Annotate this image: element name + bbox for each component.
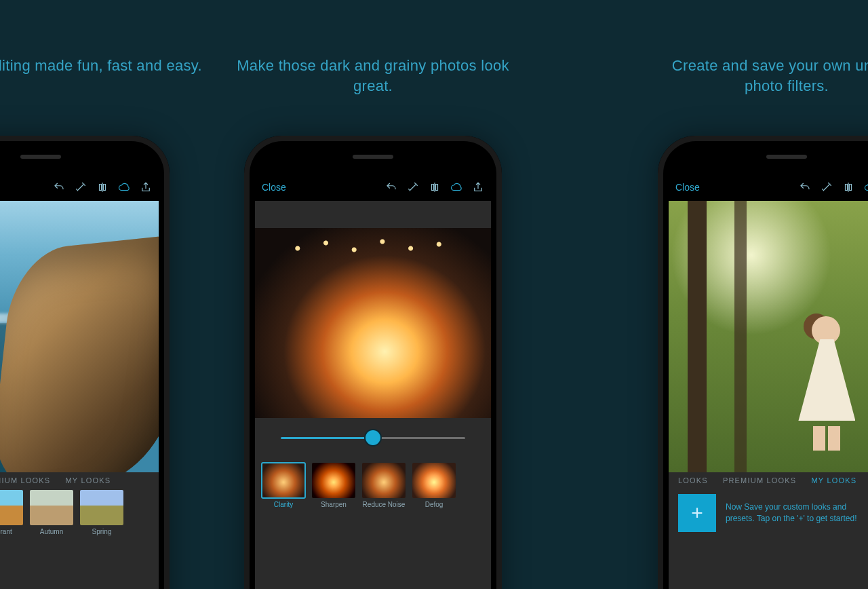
looks-tabs: LOOKS PREMIUM LOOKS MY LOOKS xyxy=(0,472,159,486)
tab-my-looks[interactable]: MY LOOKS xyxy=(811,476,856,484)
look-thumb-label: Vibrant xyxy=(0,528,12,535)
phone-earpiece xyxy=(20,155,61,159)
share-icon[interactable] xyxy=(472,181,484,193)
undo-icon[interactable] xyxy=(53,181,65,193)
phone-frame-3: Close LOOKS PREMIUM LOOKS MY LOOKS xyxy=(658,136,868,589)
looks-thumbnail-strip[interactable]: Normal Vibrant Autumn Spring xyxy=(0,486,159,538)
tab-premium-looks[interactable]: PREMIUM LOOKS xyxy=(0,476,50,484)
looks-tabs: LOOKS PREMIUM LOOKS MY LOOKS xyxy=(669,472,868,486)
correction-thumbnail[interactable]: Sharpen xyxy=(312,463,355,508)
app-screen-3: Close LOOKS PREMIUM LOOKS MY LOOKS xyxy=(669,174,868,589)
undo-icon[interactable] xyxy=(799,181,811,193)
slider-thumb[interactable] xyxy=(366,430,380,445)
correction-thumbnail[interactable]: Defog xyxy=(412,463,456,508)
app-screen-1: Close LOOKS PREMIUM LOOKS MY LOOKS xyxy=(0,174,159,589)
close-button[interactable]: Close xyxy=(262,182,286,193)
my-looks-empty-state: + Now Save your custom looks and presets… xyxy=(669,486,868,540)
image-canvas[interactable] xyxy=(0,201,159,472)
phone-earpiece xyxy=(766,155,807,159)
correction-thumb-label: Defog xyxy=(425,501,443,508)
correction-thumb-label: Clarity xyxy=(274,501,293,508)
undo-icon[interactable] xyxy=(385,181,397,193)
app-topbar: Close xyxy=(0,174,159,201)
look-thumb-label: Spring xyxy=(92,528,112,535)
look-thumb-image xyxy=(30,490,73,525)
correction-thumbnail[interactable]: Clarity xyxy=(262,463,305,508)
share-icon[interactable] xyxy=(140,181,152,193)
look-thumbnail[interactable]: Spring xyxy=(80,490,123,535)
magic-wand-icon[interactable] xyxy=(821,181,833,193)
correction-thumb-label: Sharpen xyxy=(321,501,347,508)
edited-photo-campfire xyxy=(255,228,491,418)
look-thumbnail[interactable]: Autumn xyxy=(30,490,73,535)
promo-panel-2: Make those dark and grainy photos look g… xyxy=(224,0,522,589)
panel2-caption: Make those dark and grainy photos look g… xyxy=(224,56,522,96)
magic-wand-icon[interactable] xyxy=(75,181,87,193)
image-canvas[interactable] xyxy=(669,201,868,472)
correction-thumb-image xyxy=(312,463,355,498)
magic-wand-icon[interactable] xyxy=(407,181,419,193)
panel1-caption: editing made fun, fast and easy. xyxy=(0,56,224,76)
image-canvas[interactable] xyxy=(255,201,491,418)
cloud-sync-icon[interactable] xyxy=(864,181,868,193)
look-thumbnail[interactable]: Vibrant xyxy=(0,490,23,535)
look-thumb-image xyxy=(0,490,23,525)
tab-premium-looks[interactable]: PREMIUM LOOKS xyxy=(723,476,797,484)
phone-frame-1: Close LOOKS PREMIUM LOOKS MY LOOKS xyxy=(0,136,170,589)
close-button[interactable]: Close xyxy=(675,182,700,193)
cloud-sync-icon[interactable] xyxy=(450,181,462,193)
tab-looks[interactable]: LOOKS xyxy=(678,476,708,484)
look-thumb-label: Autumn xyxy=(40,528,63,535)
panel3-caption: Create and save your own unique photo fi… xyxy=(651,56,868,96)
compare-icon[interactable] xyxy=(96,181,108,193)
adjustment-slider-row xyxy=(255,418,491,459)
cloud-sync-icon[interactable] xyxy=(118,181,130,193)
compare-icon[interactable] xyxy=(842,181,854,193)
phone-frame-2: Close xyxy=(244,136,502,589)
compare-icon[interactable] xyxy=(429,181,441,193)
promo-panel-3: Create and save your own unique photo fi… xyxy=(637,0,868,589)
my-looks-hint: Now Save your custom looks and presets. … xyxy=(726,501,868,525)
promo-panel-1: editing made fun, fast and easy. Close L… xyxy=(0,0,190,589)
tab-my-looks[interactable]: MY LOOKS xyxy=(65,476,111,484)
edited-photo-forest-child xyxy=(669,201,868,472)
correction-thumb-image xyxy=(412,463,456,498)
app-topbar: Close xyxy=(669,174,868,201)
corrections-thumbnail-strip[interactable]: Clarity Sharpen Reduce Noise Defog xyxy=(255,459,491,511)
correction-thumb-label: Reduce Noise xyxy=(363,501,406,508)
correction-thumbnail[interactable]: Reduce Noise xyxy=(362,463,406,508)
app-topbar: Close xyxy=(255,174,491,201)
correction-thumb-image xyxy=(262,463,305,498)
correction-thumb-image xyxy=(362,463,406,498)
app-screen-2: Close xyxy=(255,174,491,589)
look-thumb-image xyxy=(80,490,123,525)
clarity-slider[interactable] xyxy=(281,430,465,446)
phone-earpiece xyxy=(353,155,393,159)
edited-photo-coast xyxy=(0,201,159,472)
add-look-button[interactable]: + xyxy=(678,494,716,532)
